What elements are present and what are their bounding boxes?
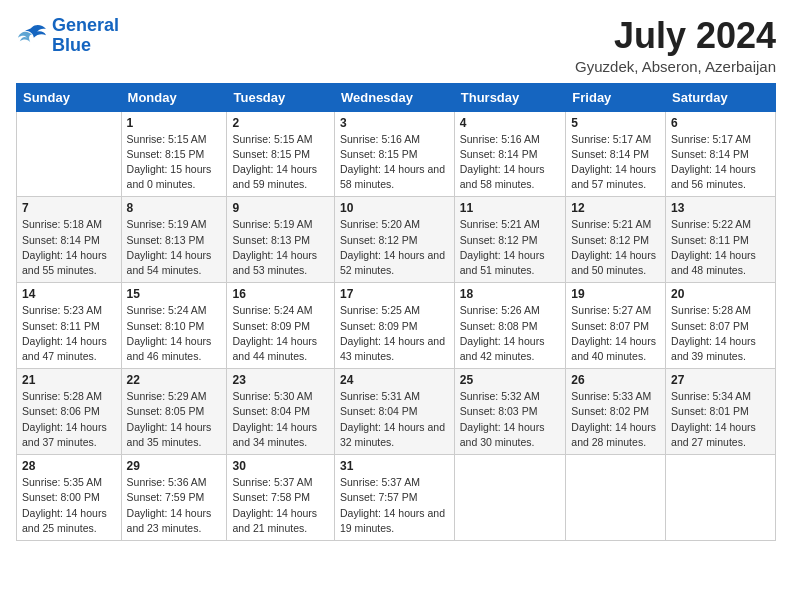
cell-info: Sunrise: 5:29 AMSunset: 8:05 PMDaylight:… [127, 389, 222, 450]
cell-info: Sunrise: 5:24 AMSunset: 8:10 PMDaylight:… [127, 303, 222, 364]
day-number: 5 [571, 116, 660, 130]
calendar-cell: 11 Sunrise: 5:21 AMSunset: 8:12 PMDaylig… [454, 197, 566, 283]
calendar-cell: 5 Sunrise: 5:17 AMSunset: 8:14 PMDayligh… [566, 111, 666, 197]
cell-info: Sunrise: 5:28 AMSunset: 8:06 PMDaylight:… [22, 389, 116, 450]
cell-info: Sunrise: 5:27 AMSunset: 8:07 PMDaylight:… [571, 303, 660, 364]
calendar-cell: 19 Sunrise: 5:27 AMSunset: 8:07 PMDaylig… [566, 283, 666, 369]
calendar-cell: 29 Sunrise: 5:36 AMSunset: 7:59 PMDaylig… [121, 455, 227, 541]
cell-info: Sunrise: 5:31 AMSunset: 8:04 PMDaylight:… [340, 389, 449, 450]
cell-info: Sunrise: 5:34 AMSunset: 8:01 PMDaylight:… [671, 389, 770, 450]
calendar-cell: 30 Sunrise: 5:37 AMSunset: 7:58 PMDaylig… [227, 455, 335, 541]
logo: General Blue [16, 16, 119, 56]
calendar-cell: 27 Sunrise: 5:34 AMSunset: 8:01 PMDaylig… [666, 369, 776, 455]
page-header: General Blue July 2024 Gyuzdek, Abseron,… [16, 16, 776, 75]
cell-info: Sunrise: 5:33 AMSunset: 8:02 PMDaylight:… [571, 389, 660, 450]
calendar-cell: 22 Sunrise: 5:29 AMSunset: 8:05 PMDaylig… [121, 369, 227, 455]
cell-info: Sunrise: 5:17 AMSunset: 8:14 PMDaylight:… [571, 132, 660, 193]
day-number: 20 [671, 287, 770, 301]
cell-info: Sunrise: 5:19 AMSunset: 8:13 PMDaylight:… [232, 217, 329, 278]
day-number: 4 [460, 116, 561, 130]
weekday-header-cell: Tuesday [227, 83, 335, 111]
day-number: 29 [127, 459, 222, 473]
day-number: 3 [340, 116, 449, 130]
day-number: 2 [232, 116, 329, 130]
logo-icon [16, 22, 48, 50]
day-number: 7 [22, 201, 116, 215]
cell-info: Sunrise: 5:28 AMSunset: 8:07 PMDaylight:… [671, 303, 770, 364]
calendar-cell: 26 Sunrise: 5:33 AMSunset: 8:02 PMDaylig… [566, 369, 666, 455]
day-number: 10 [340, 201, 449, 215]
day-number: 19 [571, 287, 660, 301]
day-number: 27 [671, 373, 770, 387]
day-number: 13 [671, 201, 770, 215]
calendar-cell: 8 Sunrise: 5:19 AMSunset: 8:13 PMDayligh… [121, 197, 227, 283]
cell-info: Sunrise: 5:15 AMSunset: 8:15 PMDaylight:… [232, 132, 329, 193]
weekday-header-cell: Wednesday [334, 83, 454, 111]
calendar-week-row: 1 Sunrise: 5:15 AMSunset: 8:15 PMDayligh… [17, 111, 776, 197]
calendar-cell: 17 Sunrise: 5:25 AMSunset: 8:09 PMDaylig… [334, 283, 454, 369]
calendar-cell: 25 Sunrise: 5:32 AMSunset: 8:03 PMDaylig… [454, 369, 566, 455]
cell-info: Sunrise: 5:22 AMSunset: 8:11 PMDaylight:… [671, 217, 770, 278]
calendar-cell: 20 Sunrise: 5:28 AMSunset: 8:07 PMDaylig… [666, 283, 776, 369]
cell-info: Sunrise: 5:35 AMSunset: 8:00 PMDaylight:… [22, 475, 116, 536]
day-number: 16 [232, 287, 329, 301]
calendar-cell: 24 Sunrise: 5:31 AMSunset: 8:04 PMDaylig… [334, 369, 454, 455]
cell-info: Sunrise: 5:37 AMSunset: 7:57 PMDaylight:… [340, 475, 449, 536]
calendar-cell: 4 Sunrise: 5:16 AMSunset: 8:14 PMDayligh… [454, 111, 566, 197]
day-number: 28 [22, 459, 116, 473]
calendar-cell [454, 455, 566, 541]
cell-info: Sunrise: 5:25 AMSunset: 8:09 PMDaylight:… [340, 303, 449, 364]
day-number: 9 [232, 201, 329, 215]
day-number: 26 [571, 373, 660, 387]
calendar-cell [666, 455, 776, 541]
cell-info: Sunrise: 5:18 AMSunset: 8:14 PMDaylight:… [22, 217, 116, 278]
calendar-cell: 2 Sunrise: 5:15 AMSunset: 8:15 PMDayligh… [227, 111, 335, 197]
weekday-header-row: SundayMondayTuesdayWednesdayThursdayFrid… [17, 83, 776, 111]
cell-info: Sunrise: 5:23 AMSunset: 8:11 PMDaylight:… [22, 303, 116, 364]
day-number: 21 [22, 373, 116, 387]
cell-info: Sunrise: 5:30 AMSunset: 8:04 PMDaylight:… [232, 389, 329, 450]
calendar-cell: 18 Sunrise: 5:26 AMSunset: 8:08 PMDaylig… [454, 283, 566, 369]
weekday-header-cell: Friday [566, 83, 666, 111]
day-number: 1 [127, 116, 222, 130]
calendar-cell: 9 Sunrise: 5:19 AMSunset: 8:13 PMDayligh… [227, 197, 335, 283]
weekday-header-cell: Monday [121, 83, 227, 111]
cell-info: Sunrise: 5:19 AMSunset: 8:13 PMDaylight:… [127, 217, 222, 278]
calendar-cell: 16 Sunrise: 5:24 AMSunset: 8:09 PMDaylig… [227, 283, 335, 369]
logo-text: General Blue [52, 16, 119, 56]
day-number: 8 [127, 201, 222, 215]
day-number: 11 [460, 201, 561, 215]
calendar-week-row: 21 Sunrise: 5:28 AMSunset: 8:06 PMDaylig… [17, 369, 776, 455]
cell-info: Sunrise: 5:21 AMSunset: 8:12 PMDaylight:… [571, 217, 660, 278]
day-number: 22 [127, 373, 222, 387]
day-number: 30 [232, 459, 329, 473]
cell-info: Sunrise: 5:15 AMSunset: 8:15 PMDaylight:… [127, 132, 222, 193]
calendar-cell: 23 Sunrise: 5:30 AMSunset: 8:04 PMDaylig… [227, 369, 335, 455]
calendar-cell: 15 Sunrise: 5:24 AMSunset: 8:10 PMDaylig… [121, 283, 227, 369]
weekday-header-cell: Sunday [17, 83, 122, 111]
calendar-cell: 13 Sunrise: 5:22 AMSunset: 8:11 PMDaylig… [666, 197, 776, 283]
cell-info: Sunrise: 5:17 AMSunset: 8:14 PMDaylight:… [671, 132, 770, 193]
day-number: 12 [571, 201, 660, 215]
weekday-header-cell: Thursday [454, 83, 566, 111]
weekday-header-cell: Saturday [666, 83, 776, 111]
day-number: 15 [127, 287, 222, 301]
day-number: 25 [460, 373, 561, 387]
calendar-cell: 14 Sunrise: 5:23 AMSunset: 8:11 PMDaylig… [17, 283, 122, 369]
cell-info: Sunrise: 5:21 AMSunset: 8:12 PMDaylight:… [460, 217, 561, 278]
cell-info: Sunrise: 5:37 AMSunset: 7:58 PMDaylight:… [232, 475, 329, 536]
calendar-week-row: 28 Sunrise: 5:35 AMSunset: 8:00 PMDaylig… [17, 455, 776, 541]
calendar-cell: 1 Sunrise: 5:15 AMSunset: 8:15 PMDayligh… [121, 111, 227, 197]
location-subtitle: Gyuzdek, Abseron, Azerbaijan [575, 58, 776, 75]
day-number: 18 [460, 287, 561, 301]
calendar-week-row: 7 Sunrise: 5:18 AMSunset: 8:14 PMDayligh… [17, 197, 776, 283]
calendar-body: 1 Sunrise: 5:15 AMSunset: 8:15 PMDayligh… [17, 111, 776, 540]
day-number: 24 [340, 373, 449, 387]
cell-info: Sunrise: 5:16 AMSunset: 8:15 PMDaylight:… [340, 132, 449, 193]
calendar-cell: 12 Sunrise: 5:21 AMSunset: 8:12 PMDaylig… [566, 197, 666, 283]
day-number: 23 [232, 373, 329, 387]
calendar-cell: 31 Sunrise: 5:37 AMSunset: 7:57 PMDaylig… [334, 455, 454, 541]
day-number: 6 [671, 116, 770, 130]
month-title: July 2024 [575, 16, 776, 56]
calendar-cell: 28 Sunrise: 5:35 AMSunset: 8:00 PMDaylig… [17, 455, 122, 541]
